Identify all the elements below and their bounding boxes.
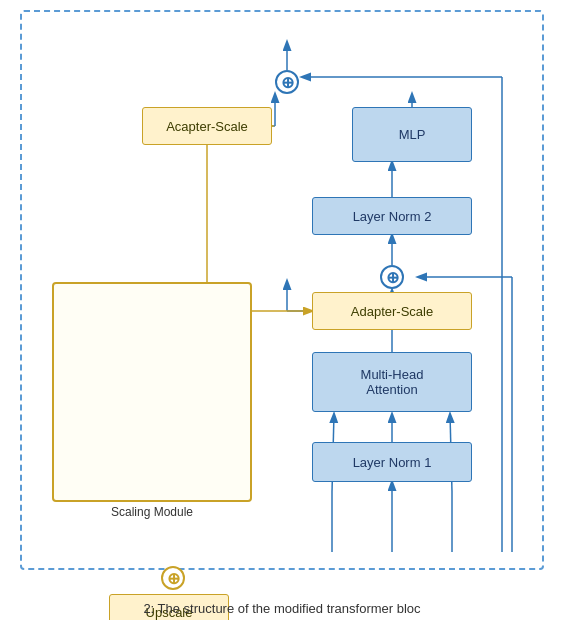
- caption: 2: The structure of the modified transfo…: [0, 601, 564, 616]
- scaling-module-box: ⊕ Upscale ReLU Downscale: [52, 282, 252, 502]
- mlp-box: MLP: [352, 107, 472, 162]
- sum-circle-top: ⊕: [275, 70, 299, 94]
- layer-norm-2-box: Layer Norm 2: [312, 197, 472, 235]
- adapter-scale-right-box: Adapter-Scale: [312, 292, 472, 330]
- adapter-scale-left-box: Acapter-Scale: [142, 107, 272, 145]
- sum-circle-scaling: ⊕: [161, 566, 185, 590]
- diagram-container: ⊕ Acapter-Scale MLP Layer Norm 2 ⊕ Adapt…: [20, 10, 544, 570]
- layer-norm-1-box: Layer Norm 1: [312, 442, 472, 482]
- scaling-module-label: Scaling Module: [52, 505, 252, 519]
- mha-box: Multi-HeadAttention: [312, 352, 472, 412]
- sum-circle-mid: ⊕: [380, 265, 404, 289]
